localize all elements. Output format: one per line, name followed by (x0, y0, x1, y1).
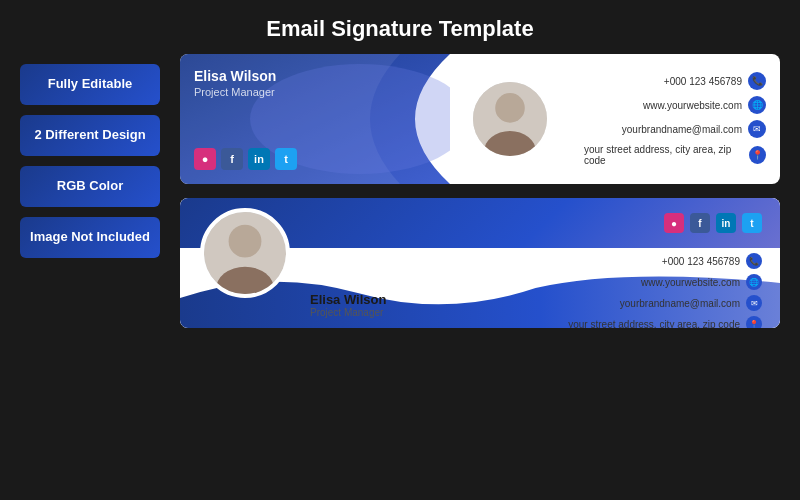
email-icon: ✉ (748, 120, 766, 138)
card2-name-block: Elisa Wilson Project Manager (310, 292, 386, 318)
contact-row-phone: +000 123 456789 📞 (584, 72, 766, 90)
signature-card-2: ● f in t (180, 198, 780, 328)
card2-avatar (200, 208, 290, 298)
card1-job-title: Project Manager (194, 86, 276, 98)
card2-linkedin-icon: in (716, 213, 736, 233)
contact-row-address: your street address, city area, zip code… (584, 144, 766, 166)
badge-image-not-included: Image Not Included (20, 217, 160, 258)
card2-name: Elisa Wilson (310, 292, 386, 307)
card1-avatar-area (450, 54, 570, 184)
badge-two-design: 2 Different Design (20, 115, 160, 156)
card2-email-value: yourbrandname@mail.com (620, 298, 740, 309)
badge-fully-editable: Fully Editable (20, 64, 160, 105)
right-cards: Elisa Wilson Project Manager ● f in t (180, 54, 780, 500)
svg-point-5 (229, 225, 262, 258)
left-badges: Fully Editable 2 Different Design RGB Co… (20, 54, 160, 500)
address-value: your street address, city area, zip code (584, 144, 743, 166)
card2-address-value: your street address, city area, zip code (568, 319, 740, 329)
globe-icon: 🌐 (748, 96, 766, 114)
card2-location-icon: 📍 (746, 316, 762, 328)
phone-value: +000 123 456789 (664, 76, 742, 87)
card2-web-value: www.yourwebsite.com (641, 277, 740, 288)
card1-contact: +000 123 456789 📞 www.yourwebsite.com 🌐 … (570, 54, 780, 184)
card2-address-row: your street address, city area, zip code… (568, 316, 762, 328)
card1-avatar (470, 79, 550, 159)
card2-instagram-icon: ● (664, 213, 684, 233)
card2-phone-row: +000 123 456789 📞 (568, 253, 762, 269)
phone-icon: 📞 (748, 72, 766, 90)
main-content: Fully Editable 2 Different Design RGB Co… (0, 54, 800, 500)
linkedin-icon: in (248, 148, 270, 170)
card2-email-icon: ✉ (746, 295, 762, 311)
card2-inner: ● f in t (180, 198, 780, 328)
email-value: yourbrandname@mail.com (622, 124, 742, 135)
card2-contact: +000 123 456789 📞 www.yourwebsite.com 🌐 … (568, 253, 762, 328)
card2-job-title: Project Manager (310, 307, 386, 318)
card1-name: Elisa Wilson (194, 68, 276, 84)
card2-phone-icon: 📞 (746, 253, 762, 269)
svg-point-2 (495, 93, 525, 123)
web-value: www.yourwebsite.com (643, 100, 742, 111)
card2-email-row: yourbrandname@mail.com ✉ (568, 295, 762, 311)
twitter-icon: t (275, 148, 297, 170)
badge-rgb-color: RGB Color (20, 166, 160, 207)
signature-card-1: Elisa Wilson Project Manager ● f in t (180, 54, 780, 184)
contact-row-web: www.yourwebsite.com 🌐 (584, 96, 766, 114)
card2-twitter-icon: t (742, 213, 762, 233)
card2-globe-icon: 🌐 (746, 274, 762, 290)
card2-facebook-icon: f (690, 213, 710, 233)
facebook-icon: f (221, 148, 243, 170)
page-title: Email Signature Template (0, 0, 800, 54)
location-icon: 📍 (749, 146, 766, 164)
card2-web-row: www.yourwebsite.com 🌐 (568, 274, 762, 290)
instagram-icon: ● (194, 148, 216, 170)
card2-phone-value: +000 123 456789 (662, 256, 740, 267)
contact-row-email: yourbrandname@mail.com ✉ (584, 120, 766, 138)
